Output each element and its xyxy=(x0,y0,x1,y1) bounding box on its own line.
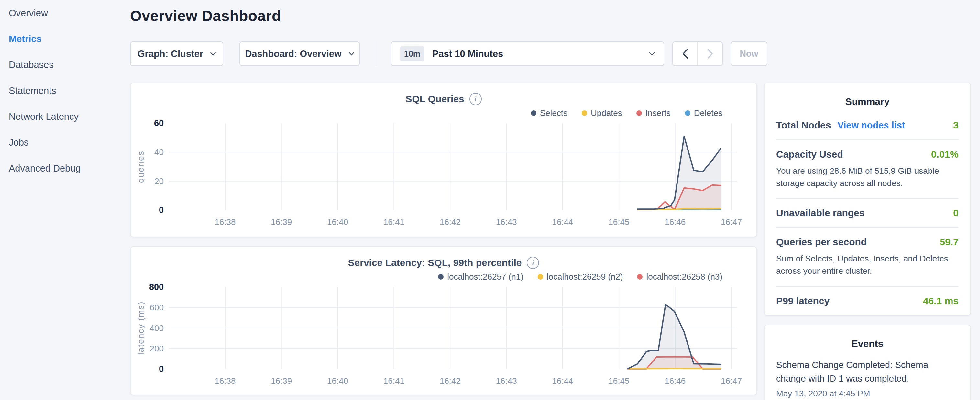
summary-row-queries-per-second: Queries per second 59.7 Sum of Selects, … xyxy=(776,228,959,287)
summary-title: Summary xyxy=(765,96,970,107)
legend-label: localhost:26259 (n2) xyxy=(547,272,623,282)
y-tick-label: 400 xyxy=(150,323,164,333)
summary-label: Total Nodes xyxy=(776,120,831,131)
chart-title-row: SQL Queries i xyxy=(131,92,756,107)
x-tick-label: 16:43 xyxy=(496,217,517,227)
sidebar: Overview Metrics Databases Statements Ne… xyxy=(0,0,130,400)
summary-body: Total Nodes View nodes list 3 Capacity U… xyxy=(765,111,970,315)
y-tick-label: 20 xyxy=(154,176,164,186)
sidebar-item-label: Metrics xyxy=(9,33,42,44)
y-tick-label: 0 xyxy=(159,364,164,374)
y-tick-label: 200 xyxy=(150,344,164,354)
legend-dot xyxy=(531,110,536,116)
chart-title-row: Service Latency: SQL, 99th percentile i xyxy=(131,255,756,270)
view-nodes-link[interactable]: View nodes list xyxy=(837,120,905,131)
x-tick-label: 16:41 xyxy=(383,217,404,227)
service-latency-chart-card: Service Latency: SQL, 99th percentile i … xyxy=(130,246,757,395)
x-tick-label: 16:46 xyxy=(665,217,686,227)
sidebar-item-network-latency[interactable]: Network Latency xyxy=(0,104,130,129)
legend-item-localhost-26257-n1-[interactable]: localhost:26257 (n1) xyxy=(438,272,523,282)
x-tick-label: 16:44 xyxy=(552,217,573,227)
legend-dot xyxy=(538,274,543,280)
legend-item-deletes[interactable]: Deletes xyxy=(685,108,722,118)
next-time-button[interactable] xyxy=(698,42,722,65)
summary-row-unavailable-ranges: Unavailable ranges 0 xyxy=(776,199,959,228)
time-pager xyxy=(672,41,723,66)
summary-label: Unavailable ranges xyxy=(776,207,864,218)
now-button-label: Now xyxy=(740,49,758,59)
legend-dot xyxy=(636,110,642,116)
legend-dot xyxy=(582,110,587,116)
x-tick-label: 16:42 xyxy=(440,376,461,386)
sidebar-item-advanced-debug[interactable]: Advanced Debug xyxy=(0,155,130,181)
summary-label: Queries per second xyxy=(776,237,867,247)
sidebar-item-label: Jobs xyxy=(9,137,29,148)
sidebar-item-label: Databases xyxy=(9,59,54,70)
summary-row-p99-latency: P99 latency 46.1 ms xyxy=(776,287,959,315)
x-tick-label: 16:39 xyxy=(271,217,292,227)
y-tick-label: 0 xyxy=(159,205,164,215)
summary-subtext: You are using 28.6 MiB of 515.9 GiB usab… xyxy=(776,165,959,189)
events-title: Events xyxy=(765,338,970,349)
legend-dot xyxy=(685,110,690,116)
sidebar-item-label: Advanced Debug xyxy=(9,163,81,174)
event-timestamp: May 13, 2020 at 4:45 PM xyxy=(776,389,959,399)
prev-time-button[interactable] xyxy=(673,42,698,65)
sidebar-item-label: Statements xyxy=(9,85,56,96)
legend-dot xyxy=(438,274,444,280)
chart-legend: SelectsUpdatesInsertsDeletes xyxy=(131,107,756,120)
now-button[interactable]: Now xyxy=(730,41,767,66)
legend-item-updates[interactable]: Updates xyxy=(582,108,622,118)
x-tick-label: 16:45 xyxy=(608,217,629,227)
legend-label: localhost:26257 (n1) xyxy=(447,272,523,282)
x-tick-label: 16:46 xyxy=(665,376,686,386)
sidebar-item-databases[interactable]: Databases xyxy=(0,52,130,78)
chart-title: SQL Queries xyxy=(406,94,464,105)
chart-title: Service Latency: SQL, 99th percentile xyxy=(348,257,522,268)
service-latency-chart[interactable]: 16:3816:3916:4016:4116:4216:4316:4416:45… xyxy=(131,283,756,392)
time-range-badge: 10m xyxy=(400,46,425,62)
info-icon[interactable]: i xyxy=(469,93,482,105)
summary-label: Capacity Used xyxy=(776,149,843,160)
time-range-selector[interactable]: 10m Past 10 Minutes xyxy=(391,41,664,66)
legend-item-selects[interactable]: Selects xyxy=(531,108,568,118)
summary-value: 0.01% xyxy=(931,149,959,160)
legend-label: Updates xyxy=(591,108,622,118)
graph-select-dropdown[interactable]: Graph: Cluster xyxy=(130,41,223,66)
sidebar-item-metrics[interactable]: Metrics xyxy=(0,26,130,52)
legend-item-localhost-26259-n2-[interactable]: localhost:26259 (n2) xyxy=(538,272,623,282)
chevron-down-icon xyxy=(349,52,354,56)
dashboard-select-label: Dashboard: Overview xyxy=(245,49,341,59)
x-tick-label: 16:45 xyxy=(608,376,629,386)
event-item[interactable]: Schema Change Completed: Schema change w… xyxy=(765,353,970,399)
y-tick-label: 800 xyxy=(149,283,164,292)
dashboard-select-dropdown[interactable]: Dashboard: Overview xyxy=(239,41,360,66)
legend-label: Inserts xyxy=(646,108,671,118)
summary-panel: Summary Total Nodes View nodes list 3 Ca… xyxy=(764,83,971,316)
chevron-down-icon xyxy=(649,52,655,56)
summary-subtext: Sum of Selects, Updates, Inserts, and De… xyxy=(776,253,959,277)
y-tick-label: 60 xyxy=(154,120,164,128)
legend-item-localhost-26258-n3-[interactable]: localhost:26258 (n3) xyxy=(637,272,722,282)
summary-value: 0 xyxy=(953,207,959,218)
legend-label: Deletes xyxy=(694,108,722,118)
summary-value: 59.7 xyxy=(940,237,959,247)
sql-queries-chart[interactable]: 16:3816:3916:4016:4116:4216:4316:4416:45… xyxy=(131,120,756,233)
chevron-left-icon xyxy=(682,49,689,59)
sidebar-item-label: Network Latency xyxy=(9,112,79,122)
x-tick-label: 16:42 xyxy=(440,217,461,227)
chevron-down-icon xyxy=(210,52,216,56)
toolbar-divider xyxy=(375,41,376,66)
sidebar-item-overview[interactable]: Overview xyxy=(0,0,130,26)
sidebar-item-statements[interactable]: Statements xyxy=(0,78,130,104)
chart-legend: localhost:26257 (n1)localhost:26259 (n2)… xyxy=(131,270,756,283)
events-panel: Events Schema Change Completed: Schema c… xyxy=(764,325,971,400)
sidebar-item-jobs[interactable]: Jobs xyxy=(0,129,130,155)
sidebar-item-label: Overview xyxy=(9,8,48,18)
x-tick-label: 16:47 xyxy=(721,376,742,386)
x-tick-label: 16:40 xyxy=(327,217,348,227)
info-icon[interactable]: i xyxy=(527,257,539,269)
summary-value: 3 xyxy=(953,120,959,131)
summary-row-capacity-used: Capacity Used 0.01% You are using 28.6 M… xyxy=(776,140,959,199)
legend-item-inserts[interactable]: Inserts xyxy=(636,108,671,118)
